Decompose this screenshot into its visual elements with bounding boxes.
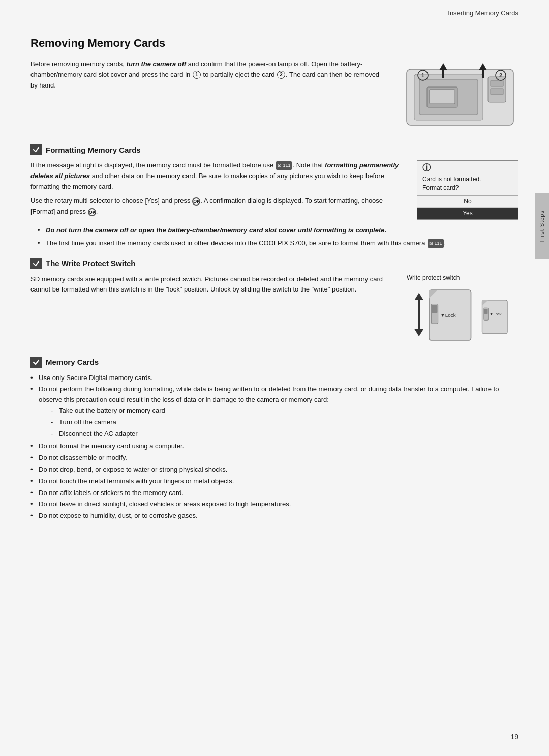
format-text: If the message at right is displayed, th…	[30, 160, 402, 221]
warning-bullets: Do not turn the camera off or open the b…	[38, 225, 518, 249]
svg-text:1: 1	[421, 72, 424, 78]
intro-bold: turn the camera off	[127, 60, 187, 68]
write-protect-checkmark	[30, 258, 42, 269]
svg-rect-7	[491, 89, 503, 95]
write-protect-section: SD memory cards are equipped with a writ…	[30, 274, 518, 347]
svg-rect-27	[484, 309, 488, 314]
format-body-2: Use the rotary multi selector to choose …	[30, 196, 402, 217]
svg-rect-17	[418, 300, 420, 331]
ok-icon-1: OK	[192, 197, 200, 206]
intro-text-before: Before removing memory cards,	[30, 60, 127, 68]
write-protect-svg: ▼Lock ▼Lock	[407, 284, 518, 346]
warning-item-1: Do not turn the camera off or open the b…	[38, 225, 518, 236]
sub-bullet-2: Turn off the camera	[49, 417, 518, 428]
svg-marker-16	[414, 293, 423, 300]
dialog-info-icon: ⓘ	[422, 164, 431, 172]
dialog-header: ⓘ	[417, 161, 518, 173]
bullet-item-4: Do not disassemble or modify.	[30, 453, 518, 463]
formatting-title: Formatting Memory Cards	[46, 146, 141, 154]
bullet-item-2: Do not perform the following during form…	[30, 384, 518, 439]
svg-rect-9	[442, 70, 444, 78]
memory-cards-checkmark	[30, 357, 42, 368]
dialog-box: ⓘ Card is not formatted.Format card? No …	[417, 160, 518, 220]
page-number: 19	[510, 733, 518, 741]
header-title: Inserting Memory Cards	[448, 9, 518, 17]
dialog-options: No Yes	[417, 195, 518, 219]
circle-1: 1	[193, 71, 201, 79]
format-body: If the message at right is displayed, th…	[30, 160, 402, 192]
svg-rect-6	[491, 80, 503, 86]
svg-rect-11	[482, 70, 484, 78]
write-protect-section-header: The Write Protect Switch	[30, 258, 518, 269]
write-protect-label: Write protect switch	[407, 274, 518, 281]
intro-section: Before removing memory cards, turn the c…	[30, 59, 518, 132]
svg-text:2: 2	[499, 72, 502, 78]
side-tab-label: First Steps	[539, 210, 545, 243]
sub-bullet-list: Take out the battery or memory card Turn…	[49, 405, 518, 439]
bullet-item-5: Do not drop, bend, or expose to water or…	[30, 464, 518, 475]
bullet-item-9: Do not expose to humidity, dust, or to c…	[30, 511, 518, 521]
page-header: Inserting Memory Cards	[0, 0, 549, 21]
camera-diagram: 1 2	[402, 59, 518, 132]
ref-icon-1: ⊠ 111	[276, 161, 292, 169]
svg-rect-22	[432, 305, 438, 312]
ref-icon-2: ⊠ 111	[428, 239, 444, 247]
sub-bullet-3: Disconnect the AC adapter	[49, 429, 518, 440]
side-tab: First Steps	[535, 193, 549, 259]
format-section: If the message at right is displayed, th…	[30, 160, 518, 221]
page-title: Removing Memory Cards	[30, 37, 518, 50]
camera-diagram-svg: 1 2	[402, 59, 518, 130]
bullet-item-7: Do not affix labels or stickers to the m…	[30, 488, 518, 499]
write-protect-diagram: Write protect switch ▼Lock	[407, 274, 518, 347]
bullet-item-1: Use only Secure Digital memory cards.	[30, 373, 518, 384]
formatting-section-header: Formatting Memory Cards	[30, 144, 518, 155]
page-wrapper: Inserting Memory Cards First Steps Remov…	[0, 0, 549, 756]
write-protect-text: SD memory cards are equipped with a writ…	[30, 274, 391, 347]
dialog-message: Card is not formatted.Format card?	[417, 173, 518, 195]
dialog-message-text: Card is not formatted.Format card?	[422, 176, 481, 191]
dialog-option-yes[interactable]: Yes	[417, 208, 518, 219]
write-protect-title: The Write Protect Switch	[46, 259, 135, 268]
svg-marker-8	[439, 63, 447, 70]
intro-text: Before removing memory cards, turn the c…	[30, 59, 386, 132]
svg-marker-10	[479, 63, 487, 70]
memory-cards-bullets: Use only Secure Digital memory cards. Do…	[30, 373, 518, 521]
ok-icon-2: OK	[88, 208, 96, 216]
formatting-checkmark	[30, 144, 42, 155]
bullet-item-6: Do not touch the metal terminals with yo…	[30, 476, 518, 487]
svg-text:▼Lock: ▼Lock	[490, 311, 502, 316]
warning-item-2: The first time you insert the memory car…	[38, 238, 518, 249]
bullet-item-3: Do not format the memory card using a co…	[30, 441, 518, 452]
svg-rect-4	[430, 90, 455, 104]
memory-cards-section-header: Memory Cards	[30, 357, 518, 368]
svg-marker-18	[414, 329, 423, 336]
main-content: Removing Memory Cards Before removing me…	[0, 21, 549, 547]
format-bold: formatting permanently deletes all pictu…	[30, 161, 399, 180]
write-protect-body: SD memory cards are equipped with a writ…	[30, 274, 391, 296]
svg-text:▼Lock: ▼Lock	[440, 312, 456, 317]
bullet-item-8: Do not leave in direct sunlight, closed …	[30, 499, 518, 510]
format-dialog: ⓘ Card is not formatted.Format card? No …	[417, 160, 518, 221]
warning-bold-1: Do not turn the camera off or open the b…	[46, 226, 386, 234]
dialog-option-no[interactable]: No	[417, 196, 518, 208]
circle-2: 2	[277, 71, 285, 79]
memory-cards-title: Memory Cards	[46, 358, 99, 366]
sub-bullet-1: Take out the battery or memory card	[49, 405, 518, 416]
